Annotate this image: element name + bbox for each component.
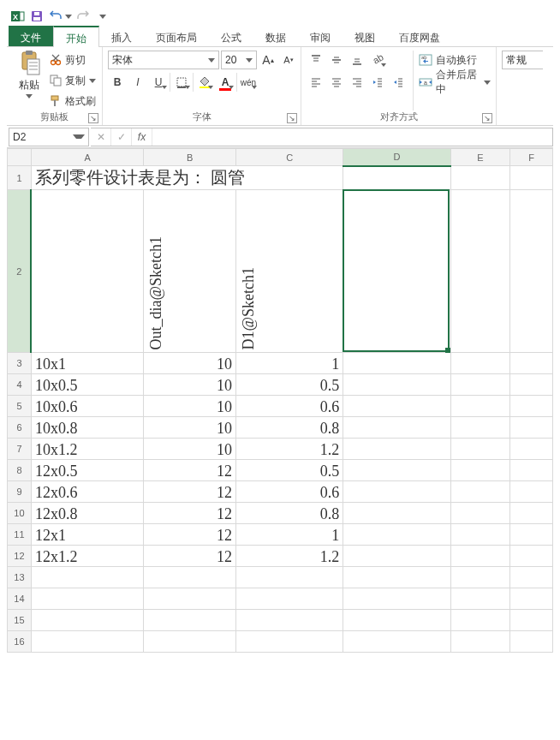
- table-cell[interactable]: 12x0.8: [31, 503, 144, 524]
- table-cell[interactable]: 1: [235, 524, 343, 546]
- table-cell[interactable]: 10: [144, 374, 236, 396]
- table-cell[interactable]: 10: [144, 353, 236, 374]
- table-cell[interactable]: 10x0.5: [31, 374, 144, 396]
- header-b[interactable]: Out_dia@Sketch1: [144, 190, 236, 353]
- row-header[interactable]: 1: [8, 166, 32, 190]
- align-left-button[interactable]: [307, 73, 325, 92]
- formula-input[interactable]: [152, 128, 552, 146]
- tab-page-layout[interactable]: 页面布局: [144, 26, 209, 46]
- table-cell[interactable]: 0.5: [235, 374, 343, 396]
- copy-button[interactable]: 复制: [50, 71, 96, 90]
- table-cell[interactable]: 12: [144, 524, 236, 546]
- table-cell[interactable]: 12: [144, 503, 236, 524]
- table-cell[interactable]: 10x1: [31, 353, 144, 374]
- border-button[interactable]: [172, 73, 191, 92]
- row-header[interactable]: 5: [8, 396, 32, 417]
- row-header[interactable]: 16: [8, 631, 32, 653]
- align-right-button[interactable]: [348, 73, 366, 92]
- italic-button[interactable]: I: [128, 73, 147, 92]
- column-header[interactable]: A: [31, 149, 144, 166]
- tab-insert[interactable]: 插入: [99, 26, 144, 46]
- increase-font-size-button[interactable]: A▴: [259, 51, 277, 69]
- table-cell[interactable]: 1.2: [235, 439, 343, 460]
- table-cell[interactable]: 12: [144, 460, 236, 481]
- header-c[interactable]: D1@Sketch1: [235, 190, 343, 353]
- table-cell[interactable]: 12x0.5: [31, 460, 144, 481]
- tab-baidu[interactable]: 百度网盘: [387, 26, 452, 46]
- decrease-indent-button[interactable]: [368, 73, 387, 92]
- format-painter-button[interactable]: 格式刷: [50, 92, 96, 110]
- undo-dropdown-icon[interactable]: [65, 15, 72, 19]
- worksheet-grid[interactable]: ABCDEF 1系列零件设计表是为： 圆管2Out_dia@Sketch1D1@…: [7, 148, 553, 722]
- row-header[interactable]: 12: [8, 546, 32, 567]
- select-all-corner[interactable]: [8, 149, 32, 166]
- save-icon[interactable]: [29, 9, 45, 24]
- phonetic-button[interactable]: wén: [239, 73, 258, 92]
- align-top-button[interactable]: [307, 51, 325, 69]
- tab-file[interactable]: 文件: [9, 26, 53, 46]
- redo-icon[interactable]: [75, 9, 91, 24]
- orientation-button[interactable]: ab: [368, 51, 387, 69]
- name-box[interactable]: D2: [9, 128, 89, 146]
- table-cell[interactable]: 1: [235, 353, 343, 374]
- row-header[interactable]: 14: [8, 588, 32, 610]
- tab-formulas[interactable]: 公式: [209, 26, 253, 46]
- qat-customize-icon[interactable]: [99, 15, 106, 19]
- table-cell[interactable]: 12: [144, 481, 236, 503]
- table-cell[interactable]: 0.8: [235, 417, 343, 439]
- font-name-combo[interactable]: 宋体: [108, 51, 219, 69]
- dialog-launcher-icon[interactable]: ↘: [482, 113, 492, 123]
- row-header[interactable]: 6: [8, 417, 32, 439]
- column-header[interactable]: F: [510, 149, 553, 166]
- table-cell[interactable]: 10: [144, 439, 236, 460]
- decrease-font-size-button[interactable]: A▾: [279, 51, 298, 69]
- row-header[interactable]: 15: [8, 610, 32, 631]
- column-header[interactable]: E: [450, 149, 510, 166]
- row-header[interactable]: 10: [8, 503, 32, 524]
- number-format-combo[interactable]: 常规: [502, 51, 543, 69]
- column-header[interactable]: D: [343, 149, 450, 166]
- wrap-text-button[interactable]: ab 自动换行: [419, 51, 491, 69]
- table-cell[interactable]: 10: [144, 396, 236, 417]
- merge-center-button[interactable]: a 合并后居中: [419, 73, 491, 92]
- tab-home[interactable]: 开始: [53, 26, 99, 47]
- table-cell[interactable]: 10x0.8: [31, 417, 144, 439]
- table-cell[interactable]: 10: [144, 417, 236, 439]
- table-cell[interactable]: 10x1.2: [31, 439, 144, 460]
- cut-button[interactable]: 剪切: [50, 51, 96, 69]
- table-cell[interactable]: 0.8: [235, 503, 343, 524]
- paste-button[interactable]: 粘贴: [12, 51, 46, 98]
- row-header[interactable]: 9: [8, 481, 32, 503]
- row-header[interactable]: 13: [8, 567, 32, 588]
- underline-button[interactable]: U: [149, 73, 168, 92]
- column-header[interactable]: B: [144, 149, 236, 166]
- align-middle-button[interactable]: [327, 51, 346, 69]
- table-cell[interactable]: 0.6: [235, 396, 343, 417]
- table-cell[interactable]: 0.5: [235, 460, 343, 481]
- font-color-button[interactable]: A: [216, 73, 235, 92]
- dialog-launcher-icon[interactable]: ↘: [88, 113, 98, 123]
- row-header[interactable]: 4: [8, 374, 32, 396]
- row-header[interactable]: 7: [8, 439, 32, 460]
- table-cell[interactable]: 12: [144, 546, 236, 567]
- undo-icon[interactable]: [48, 9, 63, 24]
- selected-cell[interactable]: [343, 190, 450, 353]
- table-cell[interactable]: 1.2: [235, 546, 343, 567]
- fill-color-button[interactable]: [195, 73, 214, 92]
- column-header[interactable]: C: [235, 149, 343, 166]
- formula-enter-button[interactable]: ✓: [111, 128, 132, 146]
- increase-indent-button[interactable]: [389, 73, 408, 92]
- table-cell[interactable]: 12x0.6: [31, 481, 144, 503]
- table-cell[interactable]: 10x0.6: [31, 396, 144, 417]
- row-header[interactable]: 11: [8, 524, 32, 546]
- table-cell[interactable]: 12x1: [31, 524, 144, 546]
- table-cell[interactable]: 0.6: [235, 481, 343, 503]
- title-cell[interactable]: 系列零件设计表是为： 圆管: [31, 166, 343, 190]
- table-cell[interactable]: 12x1.2: [31, 546, 144, 567]
- row-header[interactable]: 2: [8, 190, 32, 353]
- align-center-button[interactable]: [327, 73, 346, 92]
- dialog-launcher-icon[interactable]: ↘: [287, 113, 297, 123]
- row-header[interactable]: 3: [8, 353, 32, 374]
- tab-review[interactable]: 审阅: [298, 26, 343, 46]
- align-bottom-button[interactable]: [348, 51, 366, 69]
